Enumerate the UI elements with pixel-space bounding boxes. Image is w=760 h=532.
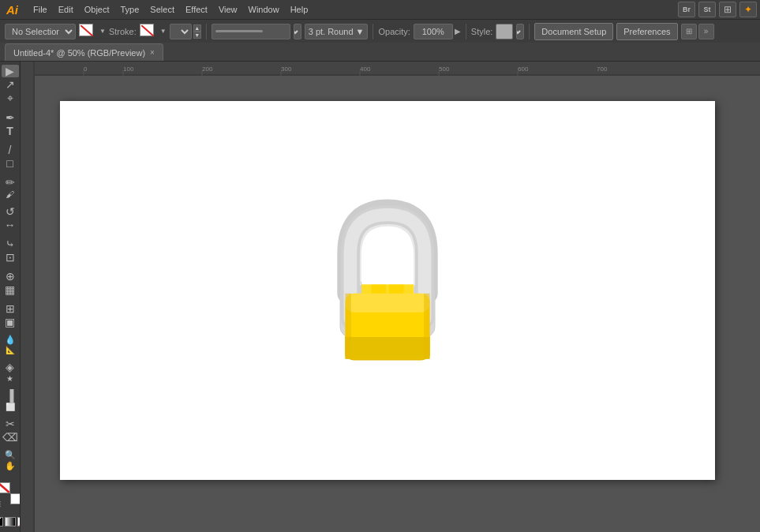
stroke-preview[interactable] xyxy=(212,24,290,39)
selection-tool[interactable]: ▶ xyxy=(2,65,19,77)
background-color-box[interactable] xyxy=(10,493,21,504)
menu-type[interactable]: Type xyxy=(115,3,145,16)
mesh-tool[interactable]: ⊞ xyxy=(2,302,19,315)
menu-object[interactable]: Object xyxy=(79,3,115,16)
reset-colors-icon[interactable]: ⬚ xyxy=(0,500,2,508)
ruler-h-marks: 0 100 200 300 400 500 600 700 xyxy=(21,62,760,76)
color-fill-modes xyxy=(0,517,21,526)
svg-rect-36 xyxy=(345,294,429,313)
svg-text:100: 100 xyxy=(123,66,134,73)
arrange-icon[interactable]: ⊞ xyxy=(681,24,697,39)
stroke-color[interactable] xyxy=(140,24,157,39)
opacity-input[interactable] xyxy=(414,24,453,39)
fill-dropdown-arrow[interactable]: ▼ xyxy=(99,28,106,35)
fill-color[interactable] xyxy=(79,24,96,39)
stroke-style-select[interactable]: 3 pt. Round ▼ xyxy=(305,24,369,39)
measure-tool[interactable]: 📐 xyxy=(2,346,19,354)
shape-builder-tool[interactable]: ⊕ xyxy=(2,270,19,283)
menu-select[interactable]: Select xyxy=(144,3,180,16)
warp-tool[interactable]: ⤷ xyxy=(2,238,19,250)
opacity-control: ▶ xyxy=(414,24,461,39)
stroke-icon xyxy=(141,25,154,36)
brush-tool[interactable]: 🖌 xyxy=(2,189,19,199)
style-box[interactable] xyxy=(496,24,513,39)
menu-help[interactable]: Help xyxy=(285,3,314,16)
svg-text:500: 500 xyxy=(439,66,450,73)
type-tool[interactable]: T xyxy=(2,125,19,137)
svg-text:700: 700 xyxy=(597,66,608,73)
grid-icon[interactable]: ⊞ xyxy=(719,2,736,17)
svg-text:200: 200 xyxy=(202,66,213,73)
eraser-tool[interactable]: ⌫ xyxy=(2,431,19,444)
stock-icon[interactable]: St xyxy=(698,2,716,17)
svg-rect-37 xyxy=(345,337,429,359)
style-select[interactable] xyxy=(516,24,524,39)
toolbar-divider-2 xyxy=(373,24,373,39)
document-tab[interactable]: Untitled-4* @ 50% (RGB/Preview) × xyxy=(5,43,163,61)
pen-tool[interactable]: ✒ xyxy=(2,111,19,124)
stroke-weight-select[interactable]: 3 xyxy=(170,24,192,39)
slice-tool[interactable]: ✂ xyxy=(2,418,19,430)
toolbar-divider-1 xyxy=(206,24,207,39)
svg-rect-20 xyxy=(21,62,35,532)
opacity-label: Opacity: xyxy=(378,27,410,36)
svg-rect-38 xyxy=(345,294,350,359)
toolbar: No Selection ▼ Stroke: ▼ 3 ▲ ▼ xyxy=(0,19,760,43)
ruler-v-marks xyxy=(21,62,35,532)
stroke-style-label: 3 pt. Round xyxy=(309,27,354,36)
menu-file[interactable]: File xyxy=(28,3,53,16)
free-transform-tool[interactable]: ⊡ xyxy=(2,251,19,264)
reflect-tool[interactable]: ↔ xyxy=(2,219,19,231)
hand-tool[interactable]: ✋ xyxy=(2,461,19,471)
svg-text:600: 600 xyxy=(518,66,529,73)
stroke-dropdown-arrow[interactable]: ▼ xyxy=(160,28,167,35)
svg-line-1 xyxy=(141,25,154,36)
tab-bar: Untitled-4* @ 50% (RGB/Preview) × xyxy=(0,43,760,62)
svg-text:0: 0 xyxy=(84,66,88,73)
stroke-weight-control: 3 ▲ ▼ xyxy=(170,24,201,39)
document-setup-button[interactable]: Document Setup xyxy=(534,23,613,40)
column-graph-tool[interactable]: ▐ xyxy=(2,389,19,402)
flame-icon[interactable]: ✦ xyxy=(739,2,757,17)
direct-selection-tool[interactable]: ↗ xyxy=(2,78,19,91)
tab-close-button[interactable]: × xyxy=(150,48,155,57)
selection-dropdown[interactable]: No Selection xyxy=(5,24,76,39)
foreground-color-box[interactable] xyxy=(0,482,10,493)
line-tool[interactable]: / xyxy=(2,144,19,156)
canvas-area[interactable]: 0 100 200 300 400 500 600 700 xyxy=(21,62,760,532)
menu-view[interactable]: View xyxy=(213,3,243,16)
perspective-grid-tool[interactable]: ▦ xyxy=(2,283,19,296)
menu-effect[interactable]: Effect xyxy=(180,3,213,16)
bridge-icon[interactable]: Br xyxy=(678,2,695,17)
artboard-tool[interactable]: ⬜ xyxy=(2,403,19,411)
preferences-button[interactable]: Preferences xyxy=(616,23,677,40)
svg-text:400: 400 xyxy=(360,66,371,73)
stroke-increment[interactable]: ▲ xyxy=(193,24,201,32)
left-toolbar: ▶ ↗ ⌖ ✒ T / □ ✏ 🖌 ↺ ↔ ⤷ ⊡ ⊕ ▦ ⊞ ▣ 💧 📐 xyxy=(0,62,21,532)
color-mode-button[interactable] xyxy=(0,517,3,526)
menu-bar: Ai File Edit Object Type Select Effect V… xyxy=(0,0,760,19)
more-icon[interactable]: » xyxy=(698,24,714,39)
toolbar-divider-3 xyxy=(466,24,466,39)
toolbar-extra: ⊞ » xyxy=(681,24,714,39)
svg-line-2 xyxy=(0,483,10,493)
menu-window[interactable]: Window xyxy=(243,3,285,16)
rect-tool[interactable]: □ xyxy=(2,157,19,170)
main-area: ▶ ↗ ⌖ ✒ T / □ ✏ 🖌 ↺ ↔ ⤷ ⊡ ⊕ ▦ ⊞ ▣ 💧 📐 xyxy=(0,62,760,532)
stroke-cap-select[interactable] xyxy=(294,24,301,39)
color-box-area: ⬚ ⇄ xyxy=(0,481,21,526)
eyedropper-tool[interactable]: 💧 xyxy=(2,335,19,345)
ext-app-icons: Br St ⊞ ✦ xyxy=(678,2,757,17)
blend-tool[interactable]: ◈ xyxy=(2,361,19,373)
rotate-tool[interactable]: ↺ xyxy=(2,205,19,218)
gradient-tool[interactable]: ▣ xyxy=(2,316,19,328)
lasso-tool[interactable]: ⌖ xyxy=(2,92,19,105)
toolbar-divider-4 xyxy=(529,24,530,39)
symbol-tool[interactable]: ★ xyxy=(2,374,19,383)
zoom-tool[interactable]: 🔍 xyxy=(2,450,19,460)
gradient-mode-button[interactable] xyxy=(5,517,16,526)
menu-edit[interactable]: Edit xyxy=(53,3,79,16)
stroke-decrement[interactable]: ▼ xyxy=(193,32,201,39)
opacity-arrow[interactable]: ▶ xyxy=(455,27,461,36)
pencil-tool[interactable]: ✏ xyxy=(2,176,19,189)
